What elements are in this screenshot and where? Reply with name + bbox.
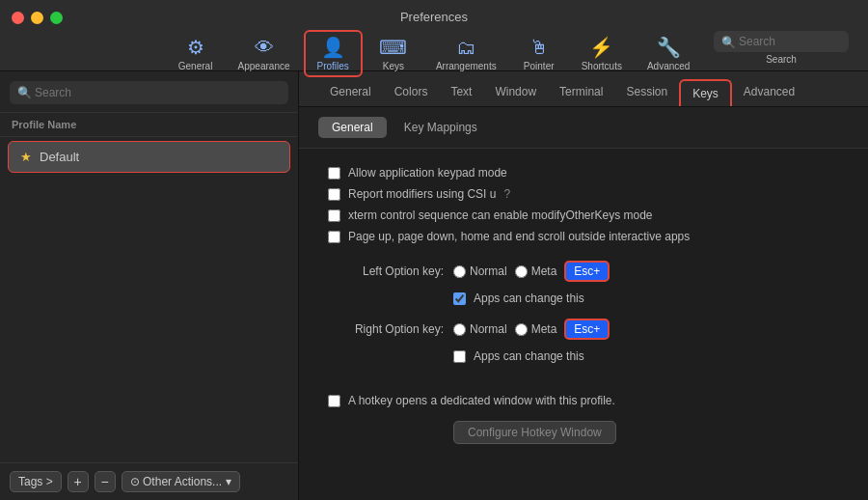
sidebar-footer: Tags > + − ⊙ Other Actions... ▾: [0, 462, 298, 500]
help-icon: ?: [503, 187, 510, 201]
right-option-radio-group: Normal Meta Esc+: [453, 319, 610, 340]
profile-tab-colors[interactable]: Colors: [383, 79, 440, 106]
profiles-toolbar-label: Profiles: [317, 61, 349, 71]
pointer-toolbar-icon: 🖱: [529, 37, 549, 59]
right-option-normal-radio[interactable]: [453, 323, 466, 336]
advanced-toolbar-label: Advanced: [647, 61, 690, 71]
toolbar-item-profiles[interactable]: 👤Profiles: [304, 30, 363, 77]
shortcuts-toolbar-icon: ⚡: [589, 36, 613, 59]
general-toolbar-label: General: [178, 61, 213, 71]
profile-tab-terminal[interactable]: Terminal: [548, 79, 614, 106]
keys-toolbar-icon: ⌨: [379, 36, 407, 59]
checkbox-label-app_keypad: Allow application keypad mode: [348, 166, 507, 180]
hotkey-label: A hotkey opens a dedicated window with t…: [348, 394, 615, 407]
tags-button[interactable]: Tags >: [10, 471, 62, 492]
appearance-toolbar-label: Appearance: [238, 61, 290, 71]
checkbox-report_modifiers[interactable]: [328, 188, 340, 201]
fullscreen-button[interactable]: [50, 12, 63, 24]
arrangements-toolbar-label: Arrangements: [436, 61, 497, 71]
profile-tab-session[interactable]: Session: [614, 79, 679, 106]
appearance-toolbar-icon: 👁: [255, 37, 274, 59]
toolbar-item-appearance[interactable]: 👁Appearance: [227, 33, 302, 75]
sidebar-search-icon: 🔍: [17, 86, 32, 99]
sub-tab-general[interactable]: General: [318, 117, 387, 138]
toolbar-search-label: Search: [766, 54, 797, 65]
left-option-normal-radio[interactable]: [453, 265, 466, 278]
search-bar-toolbar: 🔍 Search: [714, 31, 849, 65]
close-button[interactable]: [12, 12, 24, 24]
right-apps-can-change-row: Apps can change this: [328, 349, 839, 363]
remove-profile-button[interactable]: −: [95, 471, 116, 492]
checkbox-row-app_keypad: Allow application keypad mode: [328, 166, 839, 180]
chevron-down-icon: ▾: [226, 475, 231, 488]
hotkey-checkbox[interactable]: [328, 395, 340, 407]
toolbar-item-shortcuts[interactable]: ⚡Shortcuts: [570, 32, 634, 75]
left-apps-can-change-row: Apps can change this: [328, 292, 839, 305]
right-option-meta-label: Meta: [531, 322, 557, 336]
general-toolbar-icon: ⚙: [187, 36, 204, 59]
toolbar-search-wrap: 🔍 Search: [714, 31, 849, 65]
sub-tabs: GeneralKey Mappings: [299, 107, 868, 149]
left-apps-change-label: Apps can change this: [474, 292, 584, 305]
left-option-meta-radio[interactable]: [515, 265, 528, 278]
checkbox-row-report_modifiers: Report modifiers using CSI u?: [328, 187, 839, 201]
other-actions-button[interactable]: ⊙ Other Actions... ▾: [122, 471, 240, 492]
default-star-icon: ★: [20, 150, 32, 164]
left-option-normal-label: Normal: [470, 264, 507, 278]
right-option-normal: Normal: [453, 322, 507, 336]
profile-tab-window[interactable]: Window: [483, 79, 548, 106]
checkbox-row-xterm_control: xterm control sequence can enable modify…: [328, 208, 839, 222]
right-apps-change-label: Apps can change this: [474, 349, 584, 363]
toolbar-item-advanced[interactable]: 🔧Advanced: [636, 32, 701, 75]
checkbox-xterm_control[interactable]: [328, 209, 340, 222]
toolbar-search-icon: 🔍: [721, 36, 736, 49]
profile-list-header: Profile Name: [0, 113, 298, 137]
left-option-key-row: Left Option key: Normal Meta Esc+: [328, 261, 839, 282]
left-apps-change-checkbox[interactable]: [453, 292, 466, 305]
right-option-meta-radio[interactable]: [515, 323, 528, 336]
right-option-key-label: Right Option key:: [328, 322, 444, 336]
sidebar: 🔍 Profile Name ★ Default Tags > + − ⊙ Ot…: [0, 71, 299, 500]
checkbox-label-report_modifiers: Report modifiers using CSI u: [348, 187, 496, 201]
checkbox-label-xterm_control: xterm control sequence can enable modify…: [348, 208, 653, 222]
main-content: 🔍 Profile Name ★ Default Tags > + − ⊙ Ot…: [0, 71, 868, 500]
checkbox-page_scroll[interactable]: [328, 231, 340, 243]
sidebar-search-input[interactable]: [10, 81, 288, 104]
left-option-meta: Meta: [515, 264, 557, 278]
checkbox-app_keypad[interactable]: [328, 167, 340, 180]
other-actions-label: ⊙ Other Actions...: [130, 475, 222, 488]
profile-tab-general[interactable]: General: [318, 79, 383, 106]
left-option-radio-group: Normal Meta Esc+: [453, 261, 610, 282]
hotkey-checkbox-row: A hotkey opens a dedicated window with t…: [328, 394, 839, 407]
right-apps-change-checkbox[interactable]: [453, 350, 466, 363]
toolbar-item-general[interactable]: ⚙General: [167, 32, 225, 75]
profiles-toolbar-icon: 👤: [321, 36, 345, 59]
configure-hotkey-button[interactable]: Configure Hotkey Window: [453, 421, 616, 444]
left-option-esc-button[interactable]: Esc+: [564, 261, 610, 282]
add-profile-button[interactable]: +: [68, 471, 89, 492]
profile-tab-advanced[interactable]: Advanced: [732, 79, 806, 106]
right-option-key-row: Right Option key: Normal Meta Esc+: [328, 319, 839, 340]
checkbox-row-page_scroll: Page up, page down, home and end scroll …: [328, 230, 839, 243]
sub-tab-key_mappings[interactable]: Key Mappings: [391, 117, 491, 138]
shortcuts-toolbar-label: Shortcuts: [582, 61, 622, 71]
minimize-button[interactable]: [31, 12, 43, 24]
profile-name-default: Default: [40, 150, 79, 164]
toolbar-item-pointer[interactable]: 🖱Pointer: [510, 33, 568, 75]
arrangements-toolbar-icon: 🗂: [456, 37, 475, 59]
titlebar: Preferences ⚙General👁Appearance👤Profiles…: [0, 0, 868, 71]
left-option-key-label: Left Option key:: [328, 264, 444, 278]
checkboxes-group: Allow application keypad modeReport modi…: [328, 166, 839, 243]
toolbar: ⚙General👁Appearance👤Profiles⌨Keys🗂Arrang…: [70, 30, 799, 77]
profile-tab-keys[interactable]: Keys: [679, 79, 732, 106]
pointer-toolbar-label: Pointer: [524, 61, 555, 71]
toolbar-item-keys[interactable]: ⌨Keys: [365, 32, 422, 75]
right-option-esc-button[interactable]: Esc+: [564, 319, 610, 340]
left-option-meta-label: Meta: [531, 264, 557, 278]
checkbox-label-page_scroll: Page up, page down, home and end scroll …: [348, 230, 690, 243]
toolbar-item-arrangements[interactable]: 🗂Arrangements: [424, 33, 508, 75]
profile-item-default[interactable]: ★ Default: [8, 141, 290, 173]
hotkey-section: A hotkey opens a dedicated window with t…: [328, 394, 839, 444]
profile-tab-text[interactable]: Text: [439, 79, 483, 106]
right-panel: GeneralColorsTextWindowTerminalSessionKe…: [299, 71, 868, 500]
